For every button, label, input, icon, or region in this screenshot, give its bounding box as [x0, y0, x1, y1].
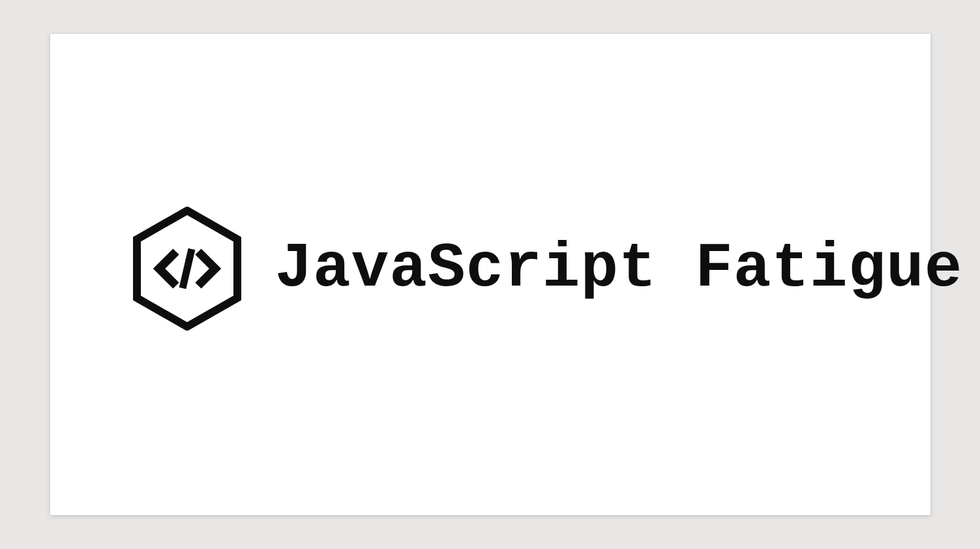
slide-title: JavaScript Fatigue	[275, 233, 963, 304]
slide-content-row: JavaScript Fatigue	[132, 207, 963, 331]
svg-line-1	[183, 249, 192, 288]
code-hexagon-icon	[132, 207, 243, 331]
slide-card: JavaScript Fatigue	[50, 34, 930, 515]
